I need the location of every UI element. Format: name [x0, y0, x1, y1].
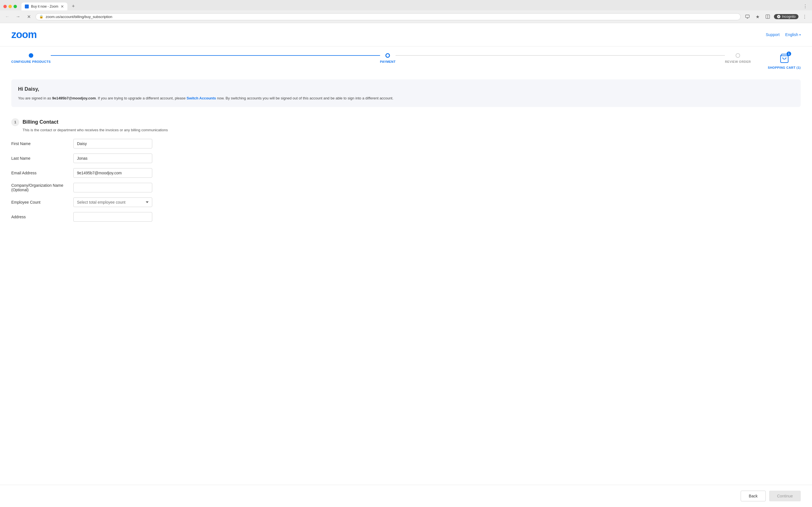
section-title: Billing Contact — [22, 119, 58, 125]
close-window-button[interactable] — [3, 5, 7, 8]
employee-count-label: Employee Count — [11, 200, 73, 205]
email-label: Email Address — [11, 171, 73, 175]
last-name-input[interactable] — [73, 154, 152, 163]
shopping-cart-section[interactable]: 1 SHOPPING CART (1) — [768, 53, 801, 69]
email-row: Email Address — [11, 168, 801, 178]
tab-favicon — [25, 4, 29, 8]
bookmark-button[interactable]: ★ — [754, 13, 762, 20]
employee-count-row: Employee Count Select total employee cou… — [11, 198, 801, 207]
back-nav-button[interactable]: ← — [3, 13, 11, 20]
billing-contact-section: 1 Billing Contact This is the contact or… — [0, 113, 812, 244]
progress-line-1 — [51, 55, 380, 56]
info-text-after: now. By switching accounts you will be s… — [216, 96, 393, 100]
step-dot-2 — [386, 53, 390, 58]
zoom-logo[interactable]: zoom — [11, 29, 37, 41]
tab-bar: Buy it now - Zoom ✕ + ⋮ — [0, 0, 812, 10]
support-link[interactable]: Support — [766, 33, 779, 37]
browser-actions: ★ Incognito ⋮ — [744, 13, 809, 20]
language-label: English — [785, 33, 798, 37]
split-view-button[interactable] — [764, 13, 772, 20]
first-name-input[interactable] — [73, 139, 152, 149]
cast-button[interactable] — [744, 13, 751, 20]
address-input[interactable] — [73, 212, 152, 222]
info-text-middle: . If you are trying to upgrade a differe… — [96, 96, 187, 100]
minimize-window-button[interactable] — [8, 5, 12, 8]
signed-in-email: 9e1495b7@moodjoy.com — [52, 96, 96, 100]
header-nav: Support English ▾ — [766, 33, 801, 37]
section-header: 1 Billing Contact — [11, 118, 801, 126]
address-row: Address — [11, 212, 801, 222]
incognito-label: Incognito — [782, 15, 796, 18]
url-text: zoom.us/account/billing/buy_subscription — [46, 15, 112, 19]
more-tabs-button[interactable]: ⋮ — [802, 3, 809, 10]
step-payment: PAYMENT — [380, 53, 396, 63]
forward-nav-button[interactable]: → — [14, 13, 22, 20]
step-review-order: REVIEW ORDER — [725, 53, 751, 63]
last-name-label: Last Name — [11, 156, 73, 161]
traffic-lights — [3, 5, 17, 8]
last-name-row: Last Name — [11, 154, 801, 163]
step-label-3: REVIEW ORDER — [725, 60, 751, 63]
language-selector[interactable]: English ▾ — [785, 33, 801, 37]
company-label: Company/Organization Name (Optional) — [11, 183, 73, 192]
language-dropdown-arrow: ▾ — [799, 33, 801, 36]
info-text: You are signed in as 9e1495b7@moodjoy.co… — [18, 96, 794, 101]
info-text-before: You are signed in as — [18, 96, 52, 100]
progress-section: CONFIGURE PRODUCTS PAYMENT REVIEW ORDER … — [0, 47, 812, 74]
step-dot-3 — [735, 53, 740, 58]
section-number: 1 — [11, 118, 19, 126]
employee-count-select[interactable]: Select total employee count 1-10 11-50 5… — [73, 198, 152, 207]
cart-badge: 1 — [786, 52, 791, 56]
greeting-text: Hi Daisy, — [18, 85, 794, 93]
tab-close-button[interactable]: ✕ — [61, 4, 64, 9]
info-banner: Hi Daisy, You are signed in as 9e1495b7@… — [11, 79, 801, 107]
cart-icon-wrapper: 1 — [779, 53, 790, 64]
progress-steps-container: CONFIGURE PRODUCTS PAYMENT REVIEW ORDER — [11, 53, 751, 63]
browser-chrome: Buy it now - Zoom ✕ + ⋮ ← → ✕ 🔒 zoom.us/… — [0, 0, 812, 23]
first-name-row: First Name — [11, 139, 801, 149]
first-name-label: First Name — [11, 142, 73, 146]
site-header: zoom Support English ▾ — [0, 23, 812, 47]
reload-button[interactable]: ✕ — [25, 13, 33, 20]
cart-label: SHOPPING CART (1) — [768, 66, 801, 69]
active-tab[interactable]: Buy it now - Zoom ✕ — [21, 3, 67, 10]
maximize-window-button[interactable] — [13, 5, 17, 8]
step-dot-1 — [29, 53, 33, 58]
company-row: Company/Organization Name (Optional) — [11, 183, 801, 192]
address-bar-row: ← → ✕ 🔒 zoom.us/account/billing/buy_subs… — [0, 10, 812, 23]
step-label-1: CONFIGURE PRODUCTS — [11, 60, 51, 63]
step-label-2: PAYMENT — [380, 60, 396, 63]
company-input[interactable] — [73, 183, 152, 192]
incognito-badge: Incognito — [774, 14, 799, 19]
lock-icon: 🔒 — [39, 15, 43, 18]
section-description: This is the contact or department who re… — [22, 128, 801, 132]
address-bar[interactable]: 🔒 zoom.us/account/billing/buy_subscripti… — [36, 13, 741, 20]
more-menu-button[interactable]: ⋮ — [801, 13, 809, 20]
email-input[interactable] — [73, 168, 152, 178]
switch-accounts-link[interactable]: Switch Accounts — [187, 96, 216, 100]
progress-line-2 — [396, 55, 725, 56]
step-configure-products: CONFIGURE PRODUCTS — [11, 53, 51, 63]
svg-rect-0 — [746, 15, 749, 17]
address-label: Address — [11, 215, 73, 219]
new-tab-button[interactable]: + — [70, 2, 77, 10]
tab-title: Buy it now - Zoom — [31, 4, 58, 8]
